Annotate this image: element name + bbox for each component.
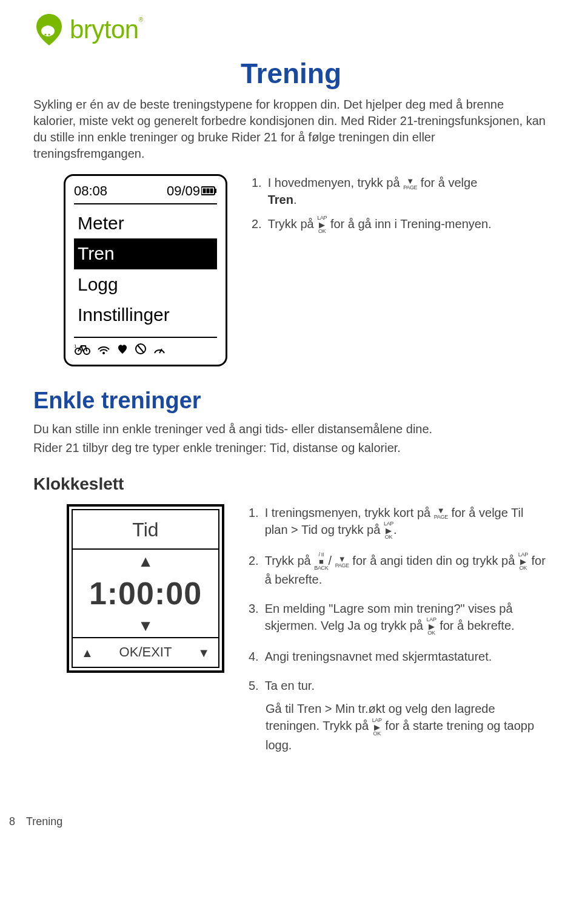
section2-p1: Du kan stille inn enkle treninger ved å … xyxy=(33,421,549,437)
svg-rect-4 xyxy=(215,189,216,193)
footer-section: Trening xyxy=(26,814,62,829)
page-footer: 8 Trening xyxy=(9,814,549,829)
ok-key-icon: LAPOK xyxy=(518,552,528,571)
menu-item-innstillinger: Innstillinger xyxy=(74,300,217,331)
step-2: 2. Trykk på LAPOK for å gå inn i Trening… xyxy=(252,215,549,234)
page-key-icon: PAGE xyxy=(403,177,417,191)
page-number: 8 xyxy=(9,814,15,829)
step-1: 1. I hovedmenyen, trykk på PAGE for å ve… xyxy=(252,174,549,208)
foot-up-arrow-icon: ▲ xyxy=(81,644,93,661)
svg-rect-5 xyxy=(203,189,206,194)
intro-paragraph: Sykling er én av de beste treningstypene… xyxy=(33,96,549,162)
ok-key-icon: LAPOK xyxy=(317,215,327,234)
klok-step-1: 1. I treningsmenyen, trykk kort på PAGE … xyxy=(249,504,549,540)
section-heading-enkle-treninger: Enkle treninger xyxy=(33,385,549,417)
menu-item-logg: Logg xyxy=(74,269,217,300)
svg-point-0 xyxy=(41,25,55,36)
page-key-icon: PAGE xyxy=(335,555,349,568)
speed-icon xyxy=(153,343,166,359)
menu-item-tren: Tren xyxy=(74,238,217,269)
foot-down-arrow-icon: ▼ xyxy=(198,644,210,661)
ok-key-icon: LAPOK xyxy=(372,718,382,737)
time-value: 1:00:00 xyxy=(73,569,218,618)
klok-step-4: 4. Angi treningsnavnet med skjermtastatu… xyxy=(249,648,549,665)
subheading-klokkeslett: Klokkeslett xyxy=(33,472,549,496)
svg-rect-6 xyxy=(207,189,210,194)
section2-p2: Rider 21 tilbyr deg tre typer enkle tren… xyxy=(33,440,549,456)
klok-step-2: 2. Trykk på / IIBACK/ PAGE for å angi ti… xyxy=(249,552,549,588)
klok-step-5: 5. Ta en tur. xyxy=(249,677,549,694)
device-screen-time-edit: Tid ▲ 1:00:00 ▼ ▲ OK/EXIT ▼ xyxy=(67,504,224,766)
clock-text: 08:08 xyxy=(74,182,107,201)
cadence-icon xyxy=(135,343,147,359)
status-icon-row: 1 xyxy=(74,337,217,359)
svg-point-1 xyxy=(44,34,46,36)
heart-icon xyxy=(116,343,129,359)
ok-exit-label: OK/EXIT xyxy=(119,643,172,662)
svg-point-2 xyxy=(48,34,50,36)
device-screen-main-menu: 08:08 09/09 Meter Tren Logg Innstillinge… xyxy=(64,174,227,366)
menu-item-meter: Meter xyxy=(74,208,217,239)
time-screen-title: Tid xyxy=(73,510,218,550)
battery-icon xyxy=(201,182,217,201)
ok-key-icon: LAPOK xyxy=(384,521,393,540)
ok-key-icon: LAPOK xyxy=(427,617,436,636)
wifi-icon xyxy=(97,343,110,359)
svg-rect-7 xyxy=(210,189,213,194)
brand-wordmark: bryton® xyxy=(70,12,143,48)
klok-step-5-sub: Gå til Tren > Min tr.økt og velg den lag… xyxy=(266,700,549,753)
back-key-icon: / IIBACK xyxy=(314,552,328,571)
klok-step-3: 3. En melding "Lagre som min trening?" v… xyxy=(249,600,549,636)
bike-icon: 1 xyxy=(74,343,91,359)
up-arrow-icon: ▲ xyxy=(73,553,218,569)
date-text: 09/09 xyxy=(167,182,200,201)
page-title: Trening xyxy=(33,54,549,93)
brand-mark-icon xyxy=(33,13,65,47)
svg-text:1: 1 xyxy=(74,343,77,349)
brand-logo: bryton® xyxy=(33,12,549,48)
page-key-icon: PAGE xyxy=(434,507,448,520)
down-arrow-icon: ▼ xyxy=(73,618,218,633)
svg-point-11 xyxy=(102,352,105,354)
